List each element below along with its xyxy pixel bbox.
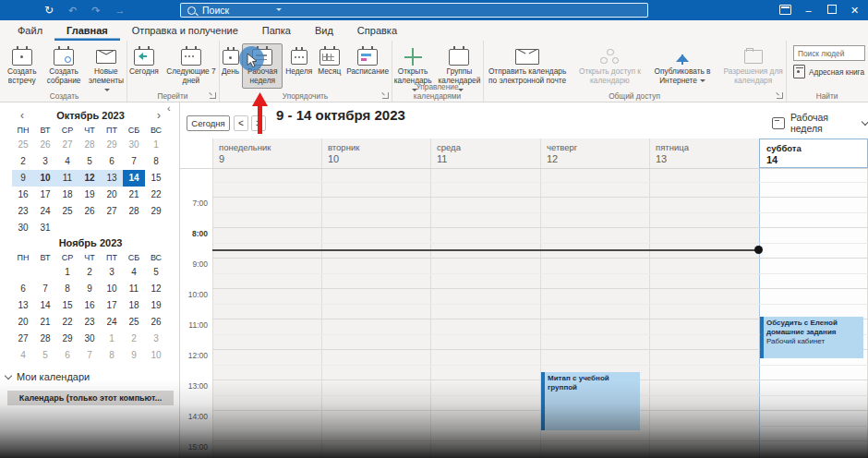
minical-day[interactable]: 25 (123, 314, 145, 331)
minical-day[interactable]: 7 (78, 347, 101, 364)
schedule-view-button[interactable]: Расписание (344, 43, 392, 79)
minical-day[interactable]: 22 (56, 314, 78, 331)
minical-day[interactable]: 19 (78, 187, 101, 203)
minical-day[interactable]: 24 (34, 203, 56, 220)
minical-day[interactable]: 7 (34, 281, 56, 297)
minical-day[interactable]: 25 (56, 203, 78, 220)
create-appointment-button[interactable]: Создать встречу (2, 43, 42, 89)
minical-day[interactable]: 9 (78, 281, 101, 297)
minical-day[interactable]: 3 (101, 264, 123, 281)
minical-day[interactable]: 2 (78, 264, 101, 281)
next-7-days-button[interactable]: Следующие 7 дней (163, 43, 219, 89)
minical-day[interactable]: 1 (145, 137, 167, 153)
tab-Вид[interactable]: Вид (303, 20, 345, 41)
minical-day[interactable]: 18 (56, 187, 78, 203)
minical-day[interactable]: 28 (123, 203, 145, 220)
create-meeting-button[interactable]: Создать собрание (43, 43, 83, 89)
tab-Главная[interactable]: Главная (54, 20, 120, 41)
event-четверг[interactable]: Митап с учебной группой (541, 372, 640, 430)
minical-day[interactable]: 2 (123, 331, 145, 347)
minical-next-button[interactable]: › (152, 108, 165, 124)
minical-day[interactable]: 29 (145, 203, 167, 220)
minical-day[interactable]: 16 (78, 297, 101, 314)
minical-day[interactable]: 14 (34, 297, 56, 314)
minical-day[interactable]: 30 (78, 331, 101, 347)
event-суббота[interactable]: Обсудить с Еленой домашние заданияРабочи… (760, 317, 863, 358)
minical-day[interactable]: 21 (34, 314, 56, 331)
minimize-button[interactable]: – (797, 0, 820, 20)
minical-day[interactable]: 24 (101, 314, 123, 331)
minical-day[interactable]: 23 (12, 203, 34, 220)
week-view-button[interactable]: Неделя (283, 43, 315, 79)
minical-day[interactable]: 4 (12, 347, 34, 364)
minical-day[interactable]: 9 (12, 170, 34, 187)
day-header-понедельник[interactable]: понедельник9 (212, 139, 321, 168)
go-to-today-button[interactable]: Сегодня (187, 115, 230, 131)
minical-day[interactable]: 22 (145, 187, 167, 203)
minical-day[interactable]: 21 (123, 187, 145, 203)
find-people-input[interactable]: Поиск людей (793, 45, 865, 61)
minical-day[interactable]: 27 (56, 137, 78, 153)
minical-day[interactable]: 15 (145, 170, 167, 187)
minical-day[interactable]: 1 (56, 264, 78, 281)
minical-day[interactable]: 2 (12, 153, 34, 170)
minical-day[interactable]: 11 (56, 170, 78, 187)
day-header-четверг[interactable]: четверг12 (540, 139, 649, 168)
minical-day[interactable]: 30 (123, 137, 145, 153)
minical-day[interactable]: 7 (123, 153, 145, 170)
minical-day[interactable]: 4 (56, 153, 78, 170)
email-calendar-button[interactable]: Отправить календарь по электронной почте (483, 43, 572, 89)
minical-day[interactable]: 19 (145, 297, 167, 314)
tab-Папка[interactable]: Папка (250, 20, 303, 41)
new-items-button[interactable]: Новые элементы (86, 43, 127, 97)
minical-day[interactable]: 5 (34, 347, 56, 364)
today-button[interactable]: Сегодня (127, 43, 162, 79)
dialog-launcher-icon[interactable] (210, 92, 216, 99)
minical-day[interactable]: 29 (56, 331, 78, 347)
day-header-суббота[interactable]: суббота14 (759, 139, 868, 168)
minical-day[interactable]: 6 (56, 347, 78, 364)
minical-day[interactable]: 12 (78, 170, 101, 187)
day-header-среда[interactable]: среда11 (430, 139, 540, 168)
publish-online-button[interactable]: Опубликовать в Интернете (648, 43, 717, 89)
tab-Справка[interactable]: Справка (345, 20, 409, 41)
minical-day[interactable]: 26 (145, 314, 167, 331)
minical-prev-button[interactable]: ‹ (16, 108, 29, 124)
minical-day[interactable]: 11 (123, 281, 145, 297)
minical-day[interactable]: 13 (101, 170, 123, 187)
minical-day[interactable]: 14 (123, 170, 145, 187)
minical-day[interactable]: 27 (12, 331, 34, 347)
minical-day[interactable]: 6 (101, 153, 123, 170)
search-input[interactable]: Поиск (180, 3, 648, 18)
tab-Файл[interactable]: Файл (6, 20, 54, 41)
address-book-button[interactable]: Адресная книга (793, 65, 864, 78)
day-header-пятница[interactable]: пятница13 (649, 139, 759, 168)
minical-day[interactable]: 3 (34, 153, 56, 170)
minical-day[interactable]: 8 (101, 347, 123, 364)
view-selector-dropdown[interactable]: Рабочая неделя (772, 114, 868, 131)
ribbon-display-options-button[interactable] (774, 0, 797, 20)
minical-day[interactable]: 1 (101, 331, 123, 347)
minical-day[interactable]: 25 (12, 137, 34, 153)
minical-day[interactable]: 8 (145, 153, 167, 170)
minical-day[interactable]: 15 (56, 297, 78, 314)
minical-day[interactable]: 20 (101, 187, 123, 203)
minical-day[interactable]: 23 (78, 314, 101, 331)
minical-day[interactable]: 10 (34, 170, 56, 187)
dialog-launcher-icon[interactable] (777, 92, 783, 99)
tab-Отправка и получение[interactable]: Отправка и получение (120, 20, 250, 41)
minical-day[interactable]: 17 (34, 187, 56, 203)
minical-day[interactable]: 6 (12, 281, 34, 297)
minical-day[interactable]: 28 (78, 137, 101, 153)
minical-day[interactable]: 26 (78, 203, 101, 220)
minical-day[interactable]: 3 (145, 331, 167, 347)
minical-day[interactable]: 4 (123, 264, 145, 281)
minical-day[interactable]: 12 (145, 281, 167, 297)
minical-day[interactable]: 10 (101, 281, 123, 297)
minical-day[interactable]: 10 (145, 347, 167, 364)
maximize-button[interactable] (820, 0, 843, 20)
calendar-list-item[interactable]: Календарь (только этот компьют... (7, 391, 174, 405)
minical-day[interactable]: 31 (34, 220, 56, 236)
minical-day[interactable]: 5 (78, 153, 101, 170)
my-calendars-header[interactable]: Мои календари (6, 371, 90, 382)
